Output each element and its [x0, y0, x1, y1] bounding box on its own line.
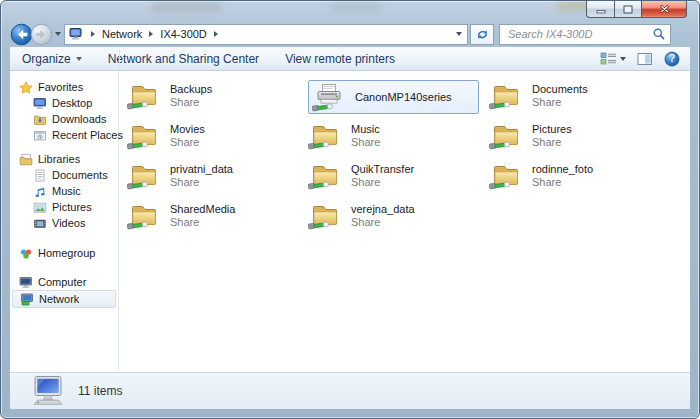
item-movies[interactable]: Movies Share — [127, 118, 308, 158]
shared-folder-icon — [489, 79, 523, 111]
pictures-icon — [33, 201, 47, 214]
videos-icon — [33, 217, 47, 230]
item-pictures[interactable]: Pictures Share — [489, 118, 670, 158]
sidebar-item-homegroup[interactable]: Homegroup — [10, 245, 118, 261]
address-bar[interactable]: Network IX4-300D — [64, 24, 468, 45]
shared-folder-icon — [127, 199, 161, 231]
breadcrumb-segment-device[interactable]: IX4-300D — [160, 28, 206, 40]
forward-button[interactable] — [30, 23, 53, 46]
search-input[interactable] — [506, 27, 652, 41]
sidebar-item-recent-places[interactable]: Recent Places — [10, 127, 118, 143]
sidebar-item-computer[interactable]: Computer — [10, 274, 118, 290]
sidebar-label: Documents — [52, 169, 108, 181]
documents-icon — [33, 169, 47, 182]
sidebar-item-favorites[interactable]: Favorites — [10, 79, 118, 95]
item-share-label: Share — [170, 176, 233, 189]
view-remote-printers-button[interactable]: View remote printers — [285, 52, 395, 66]
screenshot-stage: Network IX4-300D — [0, 0, 700, 419]
navigation-bar: Network IX4-300D — [10, 21, 690, 47]
view-remote-printers-label: View remote printers — [285, 52, 395, 66]
item-rodinne-foto[interactable]: rodinne_foto Share — [489, 158, 670, 198]
maximize-button[interactable] — [614, 1, 641, 18]
change-view-button[interactable] — [600, 51, 626, 66]
sidebar-item-desktop[interactable]: Desktop — [10, 95, 118, 111]
window-controls — [586, 1, 687, 18]
sidebar-label: Downloads — [52, 113, 106, 125]
item-share-label: Share — [532, 176, 593, 189]
item-documents[interactable]: Documents Share — [489, 78, 670, 118]
svg-text:?: ? — [669, 53, 675, 64]
sidebar-item-pictures[interactable]: Pictures — [10, 199, 118, 215]
item-name: Music — [351, 123, 380, 136]
shared-printer-icon — [312, 81, 346, 113]
help-button[interactable]: ? — [664, 51, 680, 67]
shared-folder-icon — [308, 199, 342, 231]
network-sharing-center-label: Network and Sharing Center — [108, 52, 259, 66]
item-name: Documents — [532, 83, 588, 96]
close-icon — [659, 4, 670, 14]
views-icon — [600, 51, 617, 66]
item-share-label: Share — [170, 136, 205, 149]
shared-folder-icon — [308, 159, 342, 191]
refresh-icon — [475, 27, 490, 42]
network-sharing-center-button[interactable]: Network and Sharing Center — [108, 52, 259, 66]
item-share-label: Share — [170, 216, 235, 229]
navigation-pane: Favorites Desktop — [10, 71, 119, 372]
sidebar-item-videos[interactable]: Videos — [10, 215, 118, 231]
items-grid: Backups Share CanonMP140series Documents… — [127, 78, 690, 238]
sidebar-item-documents[interactable]: Documents — [10, 167, 118, 183]
item-share-label: Share — [351, 216, 415, 229]
address-history-dropdown-icon[interactable] — [456, 32, 462, 36]
item-canonmp140series[interactable]: CanonMP140series — [308, 78, 489, 118]
sidebar-item-downloads[interactable]: Downloads — [10, 111, 118, 127]
item-name: privatni_data — [170, 163, 233, 176]
sidebar-label: Recent Places — [52, 129, 123, 141]
close-button[interactable] — [641, 1, 687, 18]
sidebar-item-libraries[interactable]: Libraries — [10, 151, 118, 167]
glass-smudge — [331, 2, 381, 11]
item-share-label: Share — [170, 96, 212, 109]
breadcrumb-arrow-icon — [149, 31, 153, 37]
sidebar-label: Pictures — [52, 201, 92, 213]
organize-menu-button[interactable]: Organize — [22, 52, 82, 66]
refresh-button[interactable] — [470, 24, 494, 45]
network-location-icon — [69, 27, 84, 41]
downloads-icon — [33, 113, 47, 126]
sidebar-item-music[interactable]: Music — [10, 183, 118, 199]
breadcrumb-arrow-icon — [91, 31, 95, 37]
items-view: Backups Share CanonMP140series Documents… — [119, 71, 690, 372]
item-music[interactable]: Music Share — [308, 118, 489, 158]
item-name: CanonMP140series — [355, 91, 452, 103]
item-sharedmedia[interactable]: SharedMedia Share — [127, 198, 308, 238]
item-quiktransfer[interactable]: QuikTransfer Share — [308, 158, 489, 198]
sidebar-label: Network — [39, 293, 79, 305]
recent-pages-dropdown-icon[interactable] — [55, 32, 61, 36]
breadcrumb-segment-network[interactable]: Network — [102, 28, 142, 40]
minimize-button[interactable] — [586, 1, 614, 18]
recent-places-icon — [33, 129, 47, 142]
preview-pane-button[interactable] — [637, 52, 653, 66]
item-verejna-data[interactable]: verejna_data Share — [308, 198, 489, 238]
item-share-label: Share — [532, 136, 572, 149]
sidebar-label: Desktop — [52, 97, 92, 109]
favorites-star-icon — [19, 81, 33, 94]
sidebar-item-network[interactable]: Network — [12, 290, 116, 308]
explorer-body: Favorites Desktop — [10, 71, 690, 372]
toolbar-right-group: ? — [600, 51, 680, 67]
item-privatni-data[interactable]: privatni_data Share — [127, 158, 308, 198]
minimize-icon — [596, 5, 606, 14]
desktop-icon — [33, 97, 47, 110]
music-icon — [33, 185, 47, 198]
maximize-icon — [623, 5, 633, 14]
selection-box: CanonMP140series — [308, 80, 479, 114]
search-icon[interactable] — [652, 27, 666, 41]
shared-folder-icon — [489, 119, 523, 151]
item-backups[interactable]: Backups Share — [127, 78, 308, 118]
preview-pane-icon — [637, 52, 653, 66]
shared-folder-icon — [127, 159, 161, 191]
homegroup-icon — [19, 247, 33, 260]
item-share-label: Share — [351, 176, 414, 189]
breadcrumb-arrow-icon — [214, 31, 218, 37]
views-dropdown-icon — [620, 57, 626, 61]
item-name: SharedMedia — [170, 203, 235, 216]
